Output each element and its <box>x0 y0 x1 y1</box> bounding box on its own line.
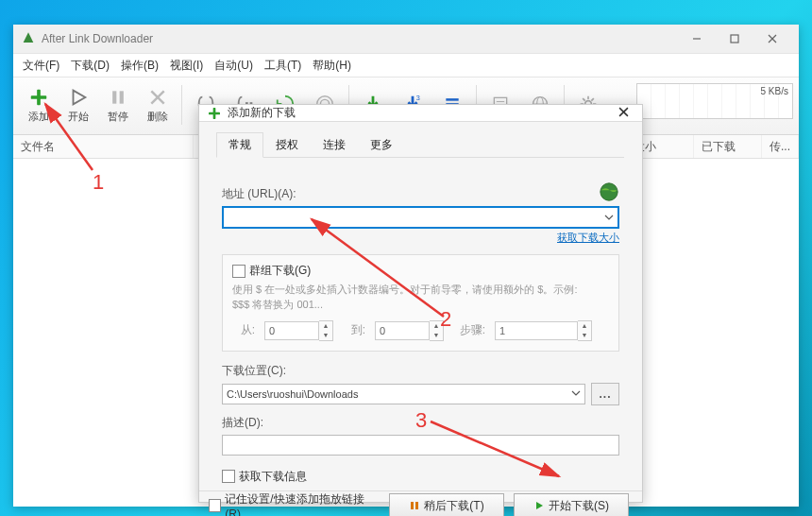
group-download-box: 群组下载(G) 使用 $ 在一处或多处插入计数器编号。对于前导零，请使用额外的 … <box>222 254 619 352</box>
svg-rect-17 <box>446 98 458 101</box>
chevron-down-icon[interactable]: ▼ <box>319 331 332 340</box>
location-value: C:\Users\ruoshui\Downloads <box>227 388 358 400</box>
column-downloaded[interactable]: 已下载 <box>694 135 762 158</box>
tab-general[interactable]: 常规 <box>216 132 263 158</box>
url-label: 地址 (URL)(A): <box>222 186 296 202</box>
group-download-label: 群组下载(G) <box>249 263 311 279</box>
svg-rect-28 <box>209 112 220 114</box>
tab-more[interactable]: 更多 <box>358 132 405 158</box>
plus-icon <box>28 87 49 108</box>
to-label: 到: <box>343 322 365 338</box>
dialog-tabs: 常规 授权 连接 更多 <box>216 131 624 158</box>
to-spinner[interactable]: ▲▼ <box>375 320 444 341</box>
start-download-button[interactable]: 开始下载(S) <box>514 493 629 516</box>
menu-help[interactable]: 帮助(H) <box>313 58 351 74</box>
remember-checkbox[interactable]: 记住设置/快速添加拖放链接(R) <box>209 491 370 516</box>
speed-label: 5 KB/s <box>761 86 788 96</box>
window-title: After Link Downloader <box>42 32 153 45</box>
speed-chart: 5 KB/s <box>636 83 793 119</box>
download-later-button[interactable]: 稍后下载(T) <box>389 493 504 516</box>
chevron-down-icon[interactable] <box>571 388 581 400</box>
location-label: 下载位置(C): <box>222 363 619 379</box>
svg-text:3: 3 <box>416 94 420 102</box>
menubar: 文件(F) 下载(D) 操作(B) 视图(I) 自动(U) 工具(T) 帮助(H… <box>13 54 799 77</box>
dialog-footer: 记住设置/快速添加拖放链接(R) 稍后下载(T) 开始下载(S) <box>199 490 642 516</box>
toolbar-start-button[interactable]: 开始 <box>59 81 98 129</box>
tab-auth[interactable]: 授权 <box>263 132 311 158</box>
minimize-button[interactable] <box>678 25 716 53</box>
toolbar-start-label: 开始 <box>68 110 89 124</box>
plus-icon <box>207 106 222 121</box>
delete-icon <box>147 87 168 108</box>
dialog-titlebar: 添加新的下载 <box>199 105 642 122</box>
pause-icon <box>108 87 128 108</box>
maximize-button[interactable] <box>716 25 753 53</box>
step-spinner[interactable]: ▲▼ <box>495 320 592 341</box>
url-input[interactable] <box>222 206 619 229</box>
svg-rect-6 <box>112 91 116 103</box>
svg-rect-5 <box>31 95 47 99</box>
svg-rect-34 <box>415 502 418 509</box>
menu-action[interactable]: 操作(B) <box>121 58 159 74</box>
dialog-close-button[interactable] <box>618 107 634 120</box>
titlebar: After Link Downloader <box>13 25 799 54</box>
dialog-body: 地址 (URL)(A): 获取下载大小 群组下载(G) 使用 $ 在一处或多处插… <box>199 158 642 490</box>
svg-rect-33 <box>411 502 414 509</box>
chevron-up-icon[interactable]: ▲ <box>319 321 332 331</box>
globe-icon <box>599 181 619 202</box>
url-dropdown-button[interactable] <box>601 213 617 222</box>
menu-file[interactable]: 文件(F) <box>23 58 59 74</box>
column-transfer[interactable]: 传... <box>762 135 799 158</box>
to-input[interactable] <box>375 321 430 340</box>
remember-label: 记住设置/快速添加拖放链接(R) <box>225 491 370 516</box>
chevron-up-icon[interactable]: ▲ <box>430 321 443 331</box>
app-icon <box>21 31 36 46</box>
from-input[interactable] <box>264 321 319 340</box>
checkbox-icon <box>222 470 235 483</box>
get-info-checkbox[interactable]: 获取下载信息 <box>222 469 619 485</box>
toolbar-separator <box>181 85 182 125</box>
play-icon <box>68 87 89 108</box>
group-hint: 使用 $ 在一处或多处插入计数器编号。对于前导零，请使用额外的 $。示例: $$… <box>232 283 609 313</box>
step-label: 步骤: <box>453 322 485 338</box>
menu-auto[interactable]: 自动(U) <box>214 58 253 74</box>
desc-input[interactable] <box>222 435 619 456</box>
toolbar-add-label: 添加 <box>28 110 49 124</box>
menu-download[interactable]: 下载(D) <box>71 58 110 74</box>
play-small-icon <box>533 500 545 511</box>
toolbar-delete-label: 删除 <box>147 110 168 124</box>
toolbar-delete-button[interactable]: 删除 <box>138 81 178 129</box>
chevron-up-icon[interactable]: ▲ <box>578 321 591 331</box>
checkbox-icon <box>232 265 245 278</box>
tab-link[interactable]: 连接 <box>311 132 358 158</box>
chevron-down-icon[interactable]: ▼ <box>578 331 591 340</box>
location-input[interactable]: C:\Users\ruoshui\Downloads <box>222 384 585 404</box>
menu-view[interactable]: 视图(I) <box>170 58 203 74</box>
window-close-button[interactable] <box>753 25 791 53</box>
get-size-link[interactable]: 获取下载大小 <box>557 232 619 243</box>
desc-label: 描述(D): <box>222 415 619 431</box>
chevron-down-icon[interactable]: ▼ <box>430 331 443 340</box>
toolbar-pause-button[interactable]: 暂停 <box>98 81 138 129</box>
from-spinner[interactable]: ▲▼ <box>264 320 333 341</box>
checkbox-icon <box>209 499 221 512</box>
menu-tools[interactable]: 工具(T) <box>264 58 301 74</box>
toolbar-add-button[interactable]: 添加 <box>19 81 59 129</box>
column-filename[interactable]: 文件名 <box>13 135 194 158</box>
toolbar-pause-label: 暂停 <box>108 110 128 124</box>
svg-rect-7 <box>120 91 124 103</box>
svg-rect-1 <box>731 35 738 43</box>
from-label: 从: <box>232 322 255 338</box>
add-download-dialog: 添加新的下载 常规 授权 连接 更多 地址 (URL)(A): 获取下载大小 群… <box>198 104 643 503</box>
pause-small-icon <box>409 500 420 511</box>
get-info-label: 获取下载信息 <box>239 469 307 485</box>
browse-button[interactable]: ... <box>591 383 619 405</box>
group-download-checkbox[interactable]: 群组下载(G) <box>232 263 609 279</box>
step-input[interactable] <box>495 321 578 340</box>
dialog-title: 添加新的下载 <box>228 105 296 121</box>
